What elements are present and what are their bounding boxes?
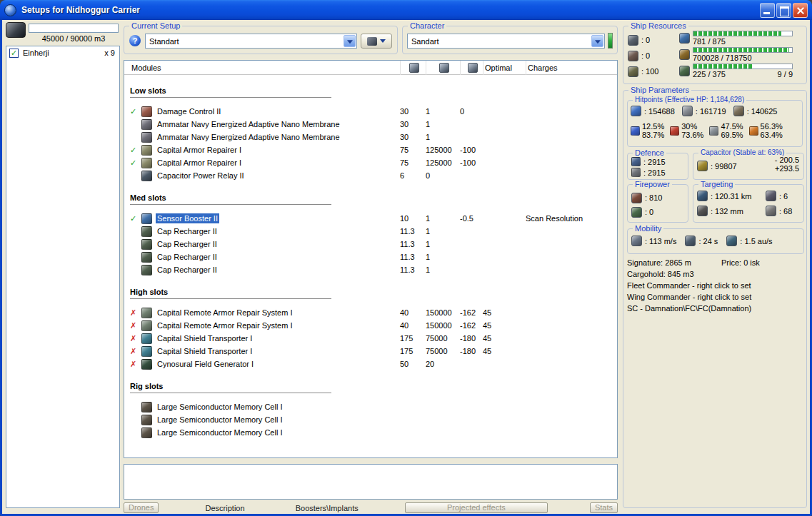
module-row[interactable]: Ammatar Navy Energized Adaptive Nano Mem… (124, 118, 617, 131)
capacitor-capacity: : 99807 (711, 162, 737, 171)
powergrid-value: 700028 / 718750 (693, 54, 793, 62)
module-row[interactable]: ✓Damage Control II3010 (124, 105, 617, 118)
rig-icon (141, 415, 152, 425)
membrane-icon (141, 119, 152, 130)
module-name: Capacitor Power Relay II (157, 171, 400, 180)
tab-projected-effects[interactable]: Projected effects (405, 502, 548, 513)
targeting-label: Targeting (698, 180, 735, 188)
module-row[interactable]: Capacitor Power Relay II60 (124, 169, 617, 182)
tab-drones[interactable]: Drones (124, 502, 159, 513)
module-row[interactable]: ✗Cynosural Field Generator I5020 (124, 358, 617, 370)
module-section: Rig slotsLarge Semiconductor Memory Cell… (124, 382, 617, 439)
module-cpu: 11.3 (400, 265, 426, 274)
dronebay-bar (693, 64, 793, 69)
module-row[interactable]: Large Semiconductor Memory Cell I (124, 413, 617, 426)
section-title: Med slots (130, 193, 331, 205)
resist-top-value: 12.5% (642, 122, 664, 131)
module-row[interactable]: Cap Recharger II11.31 (124, 238, 617, 251)
drone-dps-icon (631, 207, 642, 218)
setup-combobox[interactable]: Standart (145, 34, 357, 49)
module-row[interactable]: Cap Recharger II11.31 (124, 225, 617, 238)
module-cpu: 6 (400, 171, 426, 180)
modules-body: Low slots✓Damage Control II3010Ammatar N… (124, 86, 617, 439)
module-row[interactable]: Cap Recharger II11.31 (124, 251, 617, 263)
resist-cell-kinetic: 47.5%69.5% (709, 122, 743, 139)
module-section: Med slots✓Sensor Booster II101-0.5Scan R… (124, 193, 617, 276)
ship-menu-button[interactable] (361, 34, 392, 49)
tab-description[interactable]: Description (201, 504, 249, 512)
armor-defence-value: : 2915 (643, 168, 666, 177)
module-row[interactable]: ✗Capital Remote Armor Repair System I401… (124, 306, 617, 319)
damage-control-icon (141, 106, 152, 117)
targeting-range-icon (697, 191, 708, 201)
sensor-strength-value: : 68 (779, 207, 792, 216)
module-name: Cap Recharger II (157, 240, 400, 248)
character-combobox[interactable]: Sandart (407, 34, 605, 49)
cyno-generator-icon (141, 359, 152, 370)
tab-stats[interactable]: Stats (590, 502, 618, 513)
ship-resources-group: Ship Resources : 0 : 0 : 100 781 / 875 7… (623, 26, 807, 84)
max-targets-value: : 6 (779, 192, 788, 201)
power-relay-icon (141, 171, 152, 181)
module-powergrid: 1 (426, 265, 460, 274)
setup-dropdown-icon[interactable] (344, 35, 356, 47)
module-cpu: 11.3 (400, 240, 426, 248)
rig-icon (141, 428, 152, 438)
maximize-button[interactable] (776, 3, 791, 18)
wing-commander-text[interactable]: Wing Commander - right click to set (627, 293, 751, 301)
minimize-button[interactable] (760, 3, 775, 18)
module-row[interactable]: ✗Capital Shield Transporter I17575000-18… (124, 332, 617, 345)
module-row[interactable]: ✗Capital Shield Transporter I17575000-18… (124, 345, 617, 358)
capacitor-usage: - 200.5 (775, 156, 799, 164)
sensor-booster-icon (141, 213, 152, 224)
squad-commander-text[interactable]: SC - Damnation\FC\FC(Damnation) (627, 304, 751, 313)
module-row[interactable]: Cap Recharger II11.31 (124, 263, 617, 276)
chevron-down-icon (380, 39, 386, 43)
module-row[interactable]: ✓Capital Armor Repairer I75125000-100 (124, 143, 617, 156)
mobility-label: Mobility (633, 224, 663, 233)
close-button[interactable] (793, 3, 808, 18)
shield-transporter-icon (141, 333, 152, 344)
resist-cell-explosive: 56.3%63.4% (749, 122, 783, 139)
help-icon[interactable]: ? (129, 35, 141, 46)
remote-armor-repair-icon (141, 320, 152, 331)
hitpoints-group: Hitpoints (Effective HP: 1,184,628) : 15… (627, 100, 803, 147)
module-cpu: 30 (400, 133, 426, 141)
turret-hardpoints-value: : 0 (641, 36, 650, 44)
status-error-icon: ✗ (130, 334, 141, 343)
status-ok-icon: ✓ (130, 158, 141, 168)
module-row[interactable]: Large Semiconductor Memory Cell I (124, 400, 617, 413)
modules-panel: Modules Optimal Charges Low slots✓Damage… (124, 60, 618, 458)
ship-menu-icon (367, 37, 377, 46)
module-row[interactable]: ✗Capital Remote Armor Repair System I401… (124, 319, 617, 332)
fleet-commander-text[interactable]: Fleet Commander - right click to set (627, 281, 751, 290)
module-row[interactable]: ✓Sensor Booster II101-0.5Scan Resolution (124, 212, 617, 225)
module-name: Cap Recharger II (157, 253, 400, 261)
tab-boosters-implants[interactable]: Boosters\Implants (291, 504, 363, 512)
explosive-resist-icon (749, 126, 758, 136)
ship-checkbox[interactable]: ✓ (9, 49, 19, 58)
drones-count: 9 / 9 (778, 70, 793, 79)
module-row[interactable]: ✓Capital Armor Repairer I75125000-100 (124, 156, 617, 169)
resist-values: 12.5%83.7% (642, 122, 664, 139)
cap-recharger-icon (141, 265, 152, 275)
module-name: Capital Remote Armor Repair System I (157, 308, 400, 317)
ship-list-item[interactable]: ✓Einherjix 9 (6, 46, 119, 59)
module-charges: Scan Resolution (526, 214, 617, 223)
turret-hardpoints-icon (628, 35, 638, 46)
module-cpu: 75 (400, 158, 426, 167)
module-row[interactable]: Large Semiconductor Memory Cell I (124, 426, 617, 439)
launcher-hardpoints-icon (628, 51, 638, 61)
module-row[interactable]: Ammatar Navy Energized Adaptive Nano Mem… (124, 131, 617, 143)
module-powergrid: 1 (426, 253, 460, 261)
resist-values: 56.3%63.4% (761, 122, 783, 139)
cpu-column-icon (400, 61, 426, 75)
module-name: Capital Remote Armor Repair System I (157, 321, 400, 330)
dronebay-value: 225 / 375 (693, 70, 726, 79)
character-dropdown-icon[interactable] (591, 35, 603, 47)
module-cap: -100 (460, 158, 483, 167)
character-status-indicator (608, 33, 613, 49)
module-powergrid: 0 (426, 171, 460, 180)
title-bar: Setups for Nidhoggur Carrier (0, 0, 812, 20)
membrane-icon (141, 132, 152, 143)
